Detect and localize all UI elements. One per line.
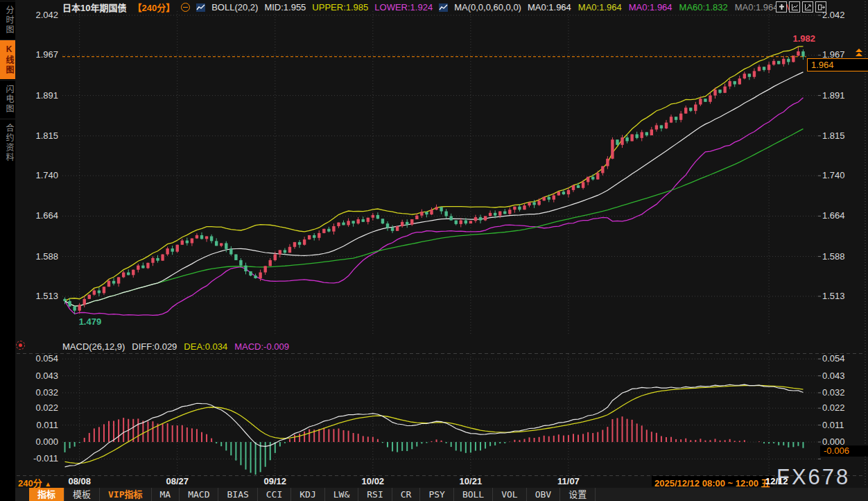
mini-chart-icon <box>439 3 448 12</box>
ma-value: MA0:1.964 <box>528 2 571 12</box>
date-tick: 09/12 <box>264 476 287 486</box>
collapse-icon[interactable] <box>181 3 190 12</box>
period-badge[interactable]: 【240分】 <box>132 1 175 14</box>
sidebar-tab-2[interactable]: K线图 <box>0 40 15 79</box>
toolbar-button-MACD[interactable]: MACD <box>180 488 218 501</box>
date-tick: 10/21 <box>460 476 483 486</box>
toolbar-button-LW&[interactable]: LW& <box>325 488 358 501</box>
price-axis-label-left: 1.815 <box>19 130 58 142</box>
toolbar-button-模板[interactable]: 模板 <box>64 488 100 501</box>
instrument-title: 日本10年期国债 <box>62 1 126 14</box>
boll-upper-value: UPPER:1.985 <box>312 2 368 12</box>
macd-axis-label-left: 0.043 <box>19 371 58 382</box>
chart-header: 日本10年期国债 【240分】 BOLL(20,2) MID:1.955 UPP… <box>62 2 799 12</box>
macd-axis-label-right: 0.043 <box>822 371 864 382</box>
toolbar-button-设置[interactable]: 设置 <box>560 488 596 501</box>
last-date-tick: 12/12 <box>765 476 788 486</box>
mini-chart-icon <box>196 3 205 12</box>
date-tick: 08/08 <box>68 476 91 486</box>
ma-group-label: MA(0,0,0,60,0,0) <box>454 2 521 12</box>
ma-value: MA0:1.964 <box>735 2 779 12</box>
price-axis-label-left: 1.967 <box>19 49 58 60</box>
sidebar: 分时图K线图闪电图合约资料 <box>0 0 15 501</box>
macd-axis-label-left: -0.011 <box>19 453 58 464</box>
macd-axis-label-left: 0.011 <box>19 420 58 431</box>
latest-bar-arrow-icon[interactable] <box>856 49 862 56</box>
toolbar-button-MA[interactable]: MA <box>152 488 180 501</box>
macd-axis-label-right: 0.054 <box>822 353 864 364</box>
ma-values: MA0:1.964MA0:1.964MA0:1.964MA60:1.832MA0… <box>528 2 799 12</box>
window-controls <box>776 1 826 12</box>
toolbar-button-BIAS[interactable]: BIAS <box>218 488 257 501</box>
boll-mid-value: MID:1.955 <box>264 2 306 12</box>
toolbar-button-PSY[interactable]: PSY <box>420 488 453 501</box>
toolbar-button-KDJ[interactable]: KDJ <box>291 488 324 501</box>
boll-lower-value: LOWER:1.924 <box>374 2 433 12</box>
macd-axis-label-right: 0.011 <box>822 420 864 431</box>
macd-name: MACD(26,12,9) <box>62 341 125 352</box>
macd-axis-label-left: 0.000 <box>19 436 58 448</box>
date-tick: 08/27 <box>166 476 189 486</box>
sidebar-tab-3[interactable]: 闪电图 <box>0 80 15 118</box>
toolbar-button-CR[interactable]: CR <box>392 488 421 501</box>
date-tick: 11/07 <box>557 476 580 486</box>
x-axis-row: 240分 ▲ 08/0808/2709/1210/0210/2111/07 20… <box>0 476 868 487</box>
boll-label: BOLL(20,2) <box>211 2 258 12</box>
price-axis-label-right: 1.588 <box>822 251 864 262</box>
price-axis-label-left: 1.588 <box>19 251 58 262</box>
toolbar-button-CCI[interactable]: CCI <box>258 488 291 501</box>
price-axis-label-left: 2.042 <box>19 10 58 21</box>
pan-icon[interactable] <box>776 1 787 12</box>
indicator-toolbar: 指标模板VIP指标MAMACDBIASCCIKDJLW&RSICRPSYBOLL… <box>15 488 868 501</box>
macd-bar-value: MACD:-0.009 <box>234 341 289 352</box>
highlighted-session-range: 2025/12/12 08:00 ~ 12:00 五 <box>652 476 773 486</box>
macd-header: MACD(26,12,9) DIFF:0.029 DEA:0.034 MACD:… <box>62 341 289 352</box>
toolbar-button-VOL[interactable]: VOL <box>493 488 526 501</box>
macd-dea-value: DEA:0.034 <box>184 341 227 352</box>
sidebar-tab-4[interactable]: 合约资料 <box>0 119 15 167</box>
toolbar-button-BOLL[interactable]: BOLL <box>454 488 493 501</box>
ma-value: MA0:1.964 <box>578 2 622 12</box>
price-axis-label-right: 1.740 <box>822 170 864 181</box>
chart-app: 分时图K线图闪电图合约资料 日本10年期国债 【240分】 BOLL(20,2)… <box>0 0 868 501</box>
sidebar-tab-1[interactable]: 分时图 <box>0 1 15 39</box>
price-axis-label-left: 1.513 <box>19 291 58 302</box>
price-axis-label-right: 1.891 <box>822 90 864 101</box>
price-axis-label-right: 2.042 <box>822 10 864 21</box>
macd-axis-label-left: 0.022 <box>19 402 58 414</box>
ma-value: MA60:1.832 <box>679 2 728 12</box>
current-price-box: 1.964 <box>807 58 868 71</box>
drawing-anchor-icon[interactable] <box>16 341 25 350</box>
price-axis-label-left: 1.891 <box>19 90 58 101</box>
price-axis-label-right: 1.664 <box>822 210 864 221</box>
low-price-label: 1.479 <box>79 316 102 327</box>
macd-diff-value: DIFF:0.029 <box>132 341 177 352</box>
macd-axis-label-right: 0.032 <box>822 387 864 398</box>
macd-axis-label-right: 0.022 <box>822 402 864 414</box>
toolbar-button-VIP指标[interactable]: VIP指标 <box>100 488 151 501</box>
macd-axis-label-left: 0.054 <box>19 353 58 364</box>
price-axis-label-left: 1.740 <box>19 170 58 181</box>
axis-arrow-icon[interactable] <box>802 1 813 12</box>
pop-out-icon[interactable] <box>815 1 826 12</box>
price-axis-label-right: 1.513 <box>822 291 864 302</box>
date-tick: 10/02 <box>362 476 385 486</box>
current-macd-box: -0.006 <box>820 445 868 457</box>
toolbar-button-RSI[interactable]: RSI <box>358 488 392 501</box>
price-axis-label-left: 1.664 <box>19 210 58 221</box>
toolbar-button-指标[interactable]: 指标 <box>29 488 64 501</box>
ma-value: MA0:1.964 <box>629 2 672 12</box>
macd-axis-label-left: 0.032 <box>19 387 58 398</box>
candlestick-chart[interactable] <box>0 0 868 501</box>
chevron-up-icon: ▲ <box>44 480 51 488</box>
price-axis-label-right: 1.815 <box>822 130 864 142</box>
axis-scale-icon[interactable] <box>789 1 800 12</box>
high-price-label: 1.982 <box>792 33 815 44</box>
toolbar-button-OBV[interactable]: OBV <box>527 488 560 501</box>
